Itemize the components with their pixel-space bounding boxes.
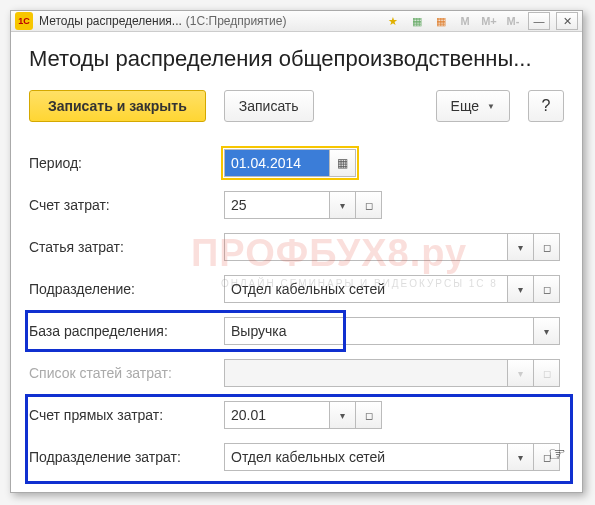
- cost-items-list-dropdown-button: ▾: [508, 359, 534, 387]
- label-distribution-base: База распределения:: [29, 323, 224, 339]
- row-period: Период: 01.04.2014 ▦: [29, 142, 564, 184]
- cost-item-open-button[interactable]: ◻: [534, 233, 560, 261]
- calendar-icon[interactable]: ▦: [432, 12, 450, 30]
- period-calendar-button[interactable]: ▦: [330, 149, 356, 177]
- label-department: Подразделение:: [29, 281, 224, 297]
- minimize-button[interactable]: —: [528, 12, 550, 30]
- m-minus-button[interactable]: M-: [504, 12, 522, 30]
- window-title: Методы распределения...: [39, 14, 182, 28]
- save-button[interactable]: Записать: [224, 90, 314, 122]
- m-button[interactable]: M: [456, 12, 474, 30]
- row-distribution-base: База распределения: Выручка ▾: [29, 310, 564, 352]
- input-cost-account[interactable]: 25: [224, 191, 330, 219]
- calculator-icon[interactable]: ▦: [408, 12, 426, 30]
- save-and-close-button[interactable]: Записать и закрыть: [29, 90, 206, 122]
- more-button[interactable]: Еще: [436, 90, 510, 122]
- window-subtitle: (1С:Предприятие): [186, 14, 287, 28]
- app-icon: 1С: [15, 12, 33, 30]
- page-title: Методы распределения общепроизводственны…: [29, 46, 564, 72]
- distribution-base-dropdown-button[interactable]: ▾: [534, 317, 560, 345]
- help-button[interactable]: ?: [528, 90, 564, 122]
- cost-account-open-button[interactable]: ◻: [356, 191, 382, 219]
- m-plus-button[interactable]: M+: [480, 12, 498, 30]
- input-cost-department[interactable]: Отдел кабельных сетей: [224, 443, 508, 471]
- label-direct-cost-account: Счет прямых затрат:: [29, 407, 224, 423]
- input-distribution-base[interactable]: Выручка: [224, 317, 534, 345]
- department-dropdown-button[interactable]: ▾: [508, 275, 534, 303]
- input-department[interactable]: Отдел кабельных сетей: [224, 275, 508, 303]
- label-cost-items-list: Список статей затрат:: [29, 365, 224, 381]
- direct-cost-account-open-button[interactable]: ◻: [356, 401, 382, 429]
- app-window: 1С Методы распределения... (1С:Предприят…: [10, 10, 583, 493]
- row-department: Подразделение: Отдел кабельных сетей ▾ ◻: [29, 268, 564, 310]
- cost-item-dropdown-button[interactable]: ▾: [508, 233, 534, 261]
- input-cost-item[interactable]: [224, 233, 508, 261]
- cost-account-dropdown-button[interactable]: ▾: [330, 191, 356, 219]
- row-direct-cost-account: Счет прямых затрат: 20.01 ▾ ◻: [29, 394, 564, 436]
- input-period[interactable]: 01.04.2014: [224, 149, 330, 177]
- toolbar: Записать и закрыть Записать Еще ?: [29, 90, 564, 122]
- content-area: Методы распределения общепроизводственны…: [11, 32, 582, 492]
- label-cost-item: Статья затрат:: [29, 239, 224, 255]
- titlebar: 1С Методы распределения... (1С:Предприят…: [11, 11, 582, 32]
- row-cost-department: Подразделение затрат: Отдел кабельных се…: [29, 436, 564, 478]
- titlebar-tools: ★ ▦ ▦ M M+ M- — ✕: [384, 12, 578, 30]
- cost-items-list-open-button: ◻: [534, 359, 560, 387]
- label-cost-department: Подразделение затрат:: [29, 449, 224, 465]
- row-cost-account: Счет затрат: 25 ▾ ◻: [29, 184, 564, 226]
- input-cost-items-list: [224, 359, 508, 387]
- cost-department-open-button[interactable]: ◻: [534, 443, 560, 471]
- cost-department-dropdown-button[interactable]: ▾: [508, 443, 534, 471]
- close-button[interactable]: ✕: [556, 12, 578, 30]
- row-cost-item: Статья затрат: ▾ ◻: [29, 226, 564, 268]
- label-period: Период:: [29, 155, 224, 171]
- input-direct-cost-account[interactable]: 20.01: [224, 401, 330, 429]
- label-cost-account: Счет затрат:: [29, 197, 224, 213]
- favorite-icon[interactable]: ★: [384, 12, 402, 30]
- department-open-button[interactable]: ◻: [534, 275, 560, 303]
- direct-cost-account-dropdown-button[interactable]: ▾: [330, 401, 356, 429]
- row-cost-items-list: Список статей затрат: ▾ ◻: [29, 352, 564, 394]
